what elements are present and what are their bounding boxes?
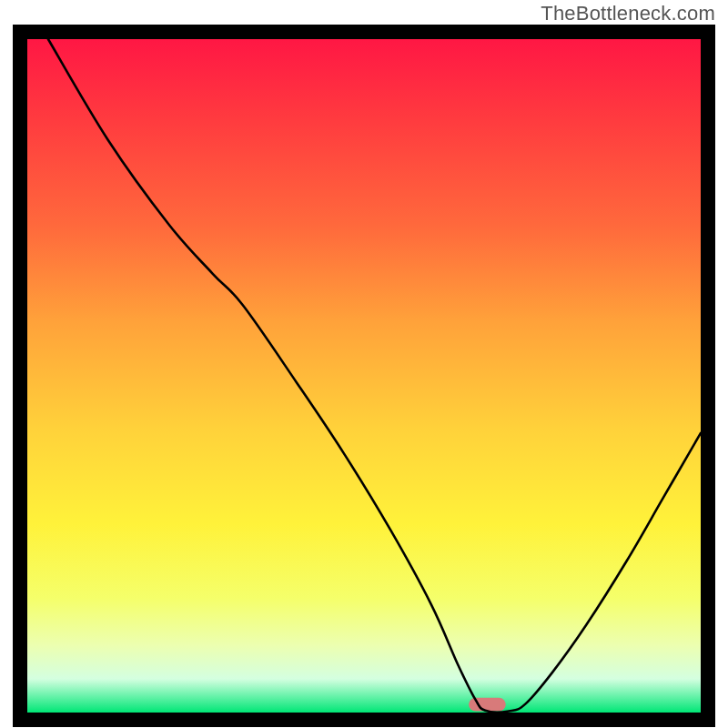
plot-background <box>27 39 701 713</box>
chart-svg <box>0 0 728 728</box>
bottleneck-chart: TheBottleneck.com <box>0 0 728 728</box>
